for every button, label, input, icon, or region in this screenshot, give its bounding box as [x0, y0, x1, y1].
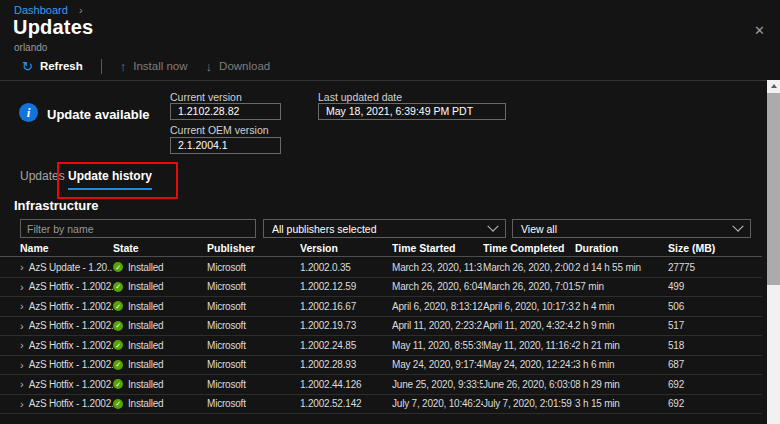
column-header[interactable]: Time Started: [392, 242, 483, 254]
updates-blade: Dashboard › Updates orlando ✕ ↻ Refresh …: [0, 0, 780, 424]
state-cell: ✓Installed: [113, 301, 207, 312]
completed-text: July 7, 2020, 2:01:59 P...: [483, 398, 575, 409]
refresh-button[interactable]: ↻ Refresh: [18, 60, 87, 73]
close-icon[interactable]: ✕: [752, 22, 767, 39]
view-dropdown-value: View all: [521, 223, 557, 235]
tab-update-history[interactable]: Update history: [68, 169, 152, 190]
version-text: 1.2002.52.142: [300, 398, 361, 409]
scroll-up-button[interactable]: [767, 80, 780, 92]
publisher-text: Microsoft: [207, 301, 246, 312]
current-version-value: 1.2102.28.82: [170, 103, 281, 120]
expand-icon[interactable]: ›: [20, 300, 24, 312]
duration-text: 3 h 15 min: [575, 398, 620, 409]
size-cell: 506: [668, 301, 762, 312]
completed-cell: June 26, 2020, 6:03:06...: [483, 379, 575, 390]
publisher-cell: Microsoft: [207, 379, 300, 390]
column-header[interactable]: Time Completed: [483, 242, 575, 254]
version-cell: 1.2002.24.85: [300, 340, 392, 351]
table-row[interactable]: ›AzS Hotfix - 1.2002...✓InstalledMicroso…: [0, 395, 762, 415]
installed-check-icon: ✓: [113, 340, 123, 350]
version-text: 1.2002.28.93: [300, 359, 356, 370]
version-cell: 1.2002.12.59: [300, 281, 392, 292]
state-text: Installed: [128, 262, 163, 273]
state-cell: ✓Installed: [113, 359, 207, 370]
completed-cell: March 26, 2020, 2:00:...: [483, 262, 575, 273]
table-row[interactable]: ›AzS Hotfix - 1.2002...✓InstalledMicroso…: [0, 297, 762, 317]
version-cell: 1.2002.16.67: [300, 301, 392, 312]
column-header[interactable]: Size (MB): [668, 242, 762, 254]
duration-text: 57 min: [575, 281, 604, 292]
column-header[interactable]: Publisher: [207, 242, 300, 254]
duration-cell: 2 h 4 min: [575, 301, 668, 312]
expand-icon[interactable]: ›: [20, 339, 24, 351]
view-dropdown[interactable]: View all: [512, 219, 751, 238]
scrollbar-thumb[interactable]: [767, 93, 780, 285]
state-cell: ✓Installed: [113, 262, 207, 273]
version-cell: 1.2002.0.35: [300, 262, 392, 273]
column-header[interactable]: Name: [20, 242, 113, 254]
installed-check-icon: ✓: [113, 262, 123, 272]
install-now-button[interactable]: ↑ Install now: [116, 60, 192, 73]
name-text: AzS Hotfix - 1.2002...: [29, 281, 113, 292]
state-text: Installed: [128, 398, 163, 409]
size-cell: 518: [668, 340, 762, 351]
size-text: 692: [668, 379, 684, 390]
state-text: Installed: [128, 301, 163, 312]
column-header[interactable]: Version: [300, 242, 392, 254]
publisher-cell: Microsoft: [207, 301, 300, 312]
table-row[interactable]: ›AzS Hotfix - 1.2002...✓InstalledMicroso…: [0, 356, 762, 376]
publisher-text: Microsoft: [207, 320, 246, 331]
table-row[interactable]: ›AzS Update - 1.20...✓InstalledMicrosoft…: [0, 258, 762, 278]
table-row[interactable]: ›AzS Hotfix - 1.2002...✓InstalledMicroso…: [0, 317, 762, 337]
name-text: AzS Update - 1.20...: [29, 262, 113, 273]
expand-icon[interactable]: ›: [20, 359, 24, 371]
download-button[interactable]: ↓ Download: [202, 60, 275, 73]
refresh-label: Refresh: [40, 60, 83, 72]
last-updated-value: May 18, 2021, 6:39:49 PM PDT: [318, 103, 506, 120]
size-text: 518: [668, 340, 684, 351]
version-text: 1.2002.12.59: [300, 281, 356, 292]
duration-cell: 57 min: [575, 281, 668, 292]
expand-icon[interactable]: ›: [20, 378, 24, 390]
publisher-text: Microsoft: [207, 398, 246, 409]
duration-text: 8 h 29 min: [575, 379, 620, 390]
table-row[interactable]: ›AzS Hotfix - 1.2002...✓InstalledMicroso…: [0, 336, 762, 356]
completed-text: April 11, 2020, 4:32:4...: [483, 320, 575, 331]
state-text: Installed: [128, 320, 163, 331]
vertical-scrollbar[interactable]: [767, 80, 780, 424]
publishers-dropdown[interactable]: All publishers selected: [263, 219, 506, 238]
size-text: 27775: [668, 262, 695, 273]
table-row[interactable]: ›AzS Hotfix - 1.2002...✓InstalledMicroso…: [0, 278, 762, 298]
completed-cell: May 24, 2020, 12:24:2...: [483, 359, 575, 370]
name-cell: ›AzS Update - 1.20...: [20, 261, 113, 273]
state-text: Installed: [128, 379, 163, 390]
started-cell: March 26, 2020, 6:04:...: [392, 281, 483, 292]
info-icon: i: [19, 103, 38, 122]
name-cell: ›AzS Hotfix - 1.2002...: [20, 300, 113, 312]
duration-cell: 3 h 15 min: [575, 398, 668, 409]
column-header[interactable]: Duration: [575, 242, 668, 254]
started-cell: June 25, 2020, 9:33:5...: [392, 379, 483, 390]
expand-icon[interactable]: ›: [20, 320, 24, 332]
completed-cell: April 6, 2020, 10:17:3...: [483, 301, 575, 312]
started-cell: March 23, 2020, 11:3...: [392, 262, 483, 273]
name-cell: ›AzS Hotfix - 1.2002...: [20, 378, 113, 390]
started-cell: April 6, 2020, 8:13:12 ...: [392, 301, 483, 312]
table-header: NameStatePublisherVersionTime StartedTim…: [0, 240, 762, 257]
expand-icon[interactable]: ›: [20, 261, 24, 273]
download-label: Download: [219, 60, 270, 72]
breadcrumb[interactable]: Dashboard: [14, 4, 68, 16]
section-title: Infrastructure: [14, 198, 99, 213]
expand-icon[interactable]: ›: [20, 398, 24, 410]
expand-icon[interactable]: ›: [20, 281, 24, 293]
name-text: AzS Hotfix - 1.2002...: [29, 379, 113, 390]
duration-text: 2 h 9 min: [575, 320, 614, 331]
table-row[interactable]: ›AzS Hotfix - 1.2002...✓InstalledMicroso…: [0, 375, 762, 395]
started-cell: May 11, 2020, 8:55:39...: [392, 340, 483, 351]
filter-by-name-input[interactable]: [20, 219, 256, 238]
tab-updates[interactable]: Updates: [20, 169, 65, 188]
started-text: July 7, 2020, 10:46:24 ...: [392, 398, 483, 409]
oem-version-label: Current OEM version: [170, 124, 269, 136]
column-header[interactable]: State: [113, 242, 207, 254]
publisher-text: Microsoft: [207, 340, 246, 351]
